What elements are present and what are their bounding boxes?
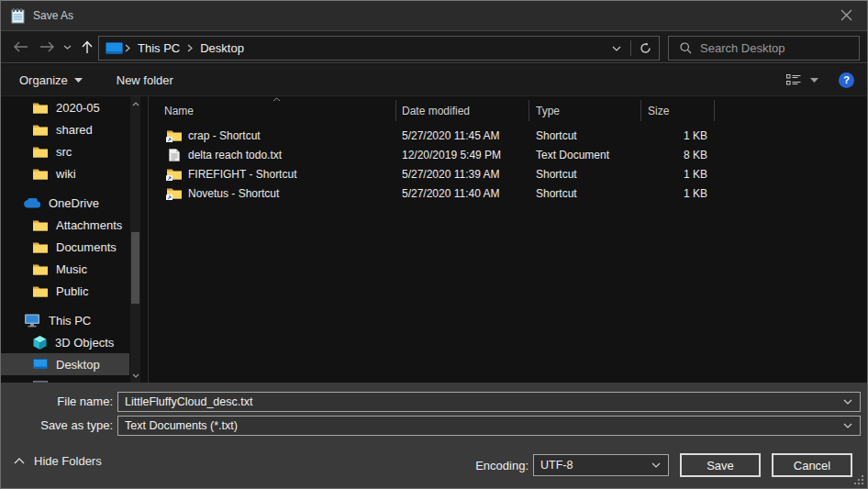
folder-icon <box>33 219 48 231</box>
encoding-dropdown[interactable]: UTF-8 <box>533 454 669 476</box>
breadcrumb-item-desktop[interactable]: Desktop <box>195 41 250 55</box>
details-view-icon[interactable] <box>786 73 801 86</box>
scrollbar-thumb[interactable] <box>131 232 139 304</box>
up-button[interactable] <box>76 31 98 62</box>
file-name-combobox[interactable] <box>117 392 861 412</box>
sidebar-item-desktop[interactable]: Desktop <box>1 353 129 375</box>
sidebar-item-label: Music <box>56 262 87 276</box>
sidebar-item-3d-objects[interactable]: 3D Objects <box>1 331 129 353</box>
file-list: Name Date modified Type Size crap - S <box>149 96 867 383</box>
column-header-type[interactable]: Type <box>536 105 560 117</box>
encoding-value: UTF-8 <box>534 459 644 472</box>
resize-grip[interactable] <box>853 475 863 485</box>
search-input[interactable] <box>700 41 838 55</box>
sidebar-item-label: Public <box>56 284 88 298</box>
column-divider[interactable] <box>640 100 641 121</box>
organize-button[interactable]: Organize <box>1 64 94 95</box>
breadcrumb[interactable]: This PC Desktop <box>98 36 660 61</box>
command-toolbar: Organize New folder ? <box>1 64 867 96</box>
column-divider[interactable] <box>395 100 396 121</box>
file-date: 5/27/2020 11:45 AM <box>402 129 536 142</box>
file-name: Novetus - Shortcut <box>188 187 279 200</box>
file-row-novetus-shortcut[interactable]: Novetus - Shortcut 5/27/2020 11:40 AM Sh… <box>149 183 867 203</box>
chevron-down-icon[interactable] <box>644 462 668 468</box>
file-size: 1 KB <box>648 168 715 181</box>
file-name-input[interactable] <box>118 395 836 408</box>
file-date: 12/20/2019 5:49 PM <box>402 149 536 161</box>
new-folder-button[interactable]: New folder <box>94 64 184 95</box>
help-button[interactable]: ? <box>839 72 854 88</box>
save-as-type-value: Text Documents (*.txt) <box>118 419 836 432</box>
this-pc-icon <box>106 42 123 55</box>
file-date: 5/27/2020 11:40 AM <box>402 187 536 200</box>
save-as-type-row: Save as type: Text Documents (*.txt) <box>1 416 867 436</box>
file-row-firefight-shortcut[interactable]: FIREFIGHT - Shortcut 5/27/2020 11:39 AM … <box>149 164 867 183</box>
file-type: Shortcut <box>536 129 648 142</box>
sidebar-item-onedrive[interactable]: OneDrive <box>1 192 129 214</box>
save-as-type-label: Save as type: <box>1 418 113 432</box>
file-row-crap-shortcut[interactable]: crap - Shortcut 5/27/2020 11:45 AM Short… <box>149 126 867 145</box>
folder-shortcut-icon <box>167 129 182 142</box>
sidebar-item-wiki[interactable]: wiki <box>1 162 129 184</box>
encoding-label: Encoding: <box>418 459 529 472</box>
sidebar-item-partial[interactable] <box>1 375 129 383</box>
column-headers: Name Date modified Type Size <box>149 96 867 124</box>
sidebar-item-label: src <box>56 145 72 159</box>
sidebar-item-src[interactable]: src <box>1 140 129 162</box>
folder-shortcut-icon <box>167 187 182 200</box>
sidebar-item-public[interactable]: Public <box>1 280 129 302</box>
dropdown-arrow-icon <box>74 78 83 83</box>
organize-label: Organize <box>19 73 68 87</box>
forward-button[interactable] <box>35 31 59 62</box>
sidebar-item-label: Desktop <box>56 358 100 372</box>
column-header-date-modified[interactable]: Date modified <box>402 105 470 117</box>
sidebar-item-music[interactable]: Music <box>1 258 129 280</box>
folder-icon <box>33 263 48 275</box>
sidebar-item-label: 2020-05 <box>56 101 100 115</box>
file-size: 1 KB <box>648 129 715 142</box>
folder-icon <box>33 124 48 136</box>
column-header-name[interactable]: Name <box>164 105 194 117</box>
scroll-up-icon[interactable] <box>130 98 140 109</box>
search-field[interactable] <box>668 36 860 61</box>
chevron-down-icon[interactable] <box>836 423 860 428</box>
address-dropdown-chevron-icon[interactable] <box>603 37 630 60</box>
save-button[interactable]: Save <box>680 453 761 477</box>
sidebar-item-2020-05[interactable]: 2020-05 <box>1 96 129 118</box>
sidebar-item-shared[interactable]: shared <box>1 118 129 140</box>
chevron-down-icon[interactable] <box>836 399 860 405</box>
cancel-button[interactable]: Cancel <box>772 453 852 477</box>
new-folder-label: New folder <box>117 73 173 87</box>
file-row-delta-reach-todo[interactable]: delta reach todo.txt 12/20/2019 5:49 PM … <box>149 145 867 164</box>
chevron-up-icon <box>14 458 25 464</box>
refresh-button[interactable] <box>631 37 659 60</box>
sidebar-item-documents[interactable]: Documents <box>1 236 129 258</box>
save-as-type-dropdown[interactable]: Text Documents (*.txt) <box>117 416 861 436</box>
sidebar-item-label: wiki <box>56 167 76 181</box>
content-area: 2020-05 shared src wiki OneDrive <box>1 96 867 383</box>
sidebar-scrollbar[interactable] <box>130 96 140 383</box>
close-button[interactable] <box>826 1 867 29</box>
breadcrumb-item-this-pc[interactable]: This PC <box>132 41 185 55</box>
sidebar-item-this-pc[interactable]: This PC <box>1 309 129 331</box>
column-divider[interactable] <box>529 100 529 121</box>
back-button[interactable] <box>8 31 32 62</box>
hide-folders-button[interactable]: Hide Folders <box>14 454 102 468</box>
file-rows: crap - Shortcut 5/27/2020 11:45 AM Short… <box>149 126 867 203</box>
sidebar-item-label: OneDrive <box>49 196 99 210</box>
recent-locations-chevron-icon[interactable] <box>59 31 75 62</box>
bottom-panel: File name: Save as type: Text Documents … <box>1 383 867 489</box>
save-label: Save <box>707 459 734 472</box>
view-options-chevron-icon[interactable] <box>810 78 818 83</box>
folder-icon <box>33 285 48 297</box>
scroll-down-icon[interactable] <box>130 370 140 381</box>
file-type: Text Document <box>536 149 648 161</box>
column-header-size[interactable]: Size <box>648 105 669 117</box>
file-date: 5/27/2020 11:39 AM <box>402 168 536 181</box>
file-type: Shortcut <box>536 187 648 200</box>
sidebar-item-label: Attachments <box>56 218 122 232</box>
sidebar-item-attachments[interactable]: Attachments <box>1 214 129 236</box>
navigation-bar: This PC Desktop <box>1 30 867 63</box>
search-icon <box>680 42 692 54</box>
column-divider[interactable] <box>714 100 715 121</box>
